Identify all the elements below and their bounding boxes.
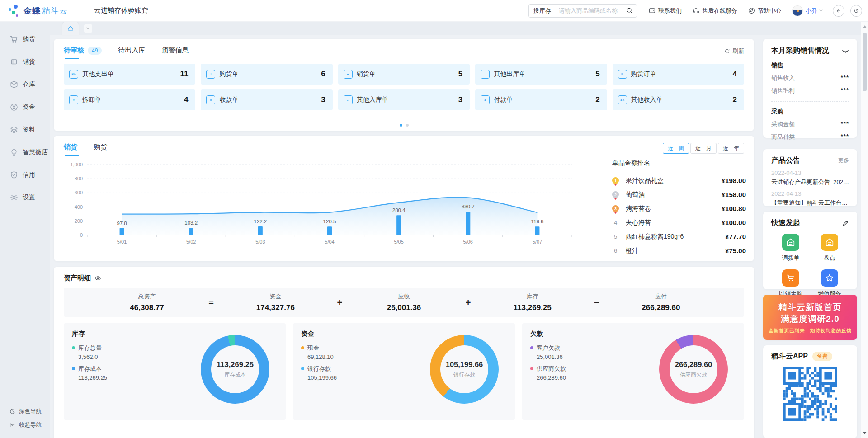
pencil-icon[interactable] bbox=[842, 220, 849, 226]
trend-tab-1[interactable]: 销货 bbox=[64, 143, 77, 156]
todo-stat-card-9[interactable]: ¥付款单2 bbox=[475, 89, 607, 110]
todo-stat-card-6[interactable]: #拆卸单4 bbox=[64, 89, 195, 110]
sidebar-item-2[interactable]: 销货 bbox=[0, 51, 50, 73]
sidebar-footer-1[interactable]: 深色导航 bbox=[0, 405, 50, 418]
trend-tab-2[interactable]: 购货 bbox=[94, 143, 107, 156]
legend-dot-icon bbox=[301, 367, 304, 370]
search-scope-label[interactable]: 搜库存 bbox=[533, 7, 551, 15]
announcement-link[interactable]: 云进销存产品更新公告_20220... bbox=[771, 178, 849, 186]
sidebar-item-1[interactable]: 购货 bbox=[0, 28, 50, 51]
ranking-row-5[interactable]: 5西红柿意粉酱190g*6¥77.70 bbox=[612, 230, 746, 244]
todo-stat-card-8[interactable]: ←其他入库单3 bbox=[338, 89, 470, 110]
carousel-dot-2[interactable] bbox=[406, 124, 409, 127]
todo-tab-badge: 49 bbox=[88, 47, 102, 55]
after-sales-service-link[interactable]: 售后在线服务 bbox=[693, 7, 737, 15]
stat-card-label: 其他入库单 bbox=[357, 96, 458, 104]
home-tab[interactable] bbox=[62, 22, 79, 35]
quick-actions-panel: 快速发起 调拨单盘点以销定购增值服务 bbox=[763, 212, 857, 289]
ranking-row-6[interactable]: 6橙汁¥75.00 bbox=[612, 244, 746, 258]
announcement-link[interactable]: 【重要通知】精斗云工作台域... bbox=[771, 199, 849, 207]
svg-text:1,000: 1,000 bbox=[70, 162, 83, 167]
page-scrollbar[interactable] bbox=[861, 22, 868, 438]
sidebar-item-3[interactable]: 仓库 bbox=[0, 73, 50, 96]
range-button-2[interactable]: 近一月 bbox=[690, 143, 717, 154]
todo-stat-card-10[interactable]: ¥«其他收入单2 bbox=[613, 89, 744, 110]
quick-actions-title: 快速发起 bbox=[771, 218, 800, 228]
month-row-value: *** bbox=[841, 133, 849, 141]
asset-panel-2: 资金现金69,128.10银行存款105,199.66105,199.66银行存… bbox=[293, 323, 515, 420]
donut-center: 113,269.25库存成本 bbox=[211, 345, 259, 393]
todo-tab-3[interactable]: 预警信息 bbox=[161, 46, 189, 59]
sidebar-footer-2[interactable]: 收起导航 bbox=[0, 418, 50, 432]
receipt-bill-icon: ¥ bbox=[206, 95, 215, 104]
donut-center-value: 113,269.25 bbox=[217, 360, 254, 369]
tab-dropdown-button[interactable] bbox=[84, 24, 92, 33]
sidebar-item-label: 资金 bbox=[23, 103, 35, 111]
stocktake-house-icon bbox=[821, 234, 838, 251]
logout-button[interactable] bbox=[850, 5, 862, 17]
donut-center-label: 库存成本 bbox=[224, 371, 246, 379]
range-button-1[interactable]: 近一周 bbox=[663, 143, 689, 154]
avatar[interactable] bbox=[792, 5, 803, 16]
carousel-dot-1[interactable] bbox=[400, 124, 402, 127]
announcements-more-link[interactable]: 更多 bbox=[838, 157, 849, 165]
ranking-row-2[interactable]: 2葡萄酒¥158.00 bbox=[612, 188, 746, 202]
sidebar-item-7[interactable]: 信用 bbox=[0, 164, 50, 186]
quick-action-3[interactable]: 以销定购 bbox=[771, 269, 810, 298]
sidebar-item-6[interactable]: 智慧微店 bbox=[0, 141, 50, 164]
todo-stat-card-1[interactable]: ¥»其他支出单11 bbox=[64, 64, 195, 85]
item-amount-ranking: 单品金额排名 1果汁饮品礼盒¥198.002葡萄酒¥158.003烤海苔卷¥10… bbox=[612, 159, 746, 258]
todo-stat-card-2[interactable]: +购货单6 bbox=[201, 64, 332, 85]
eye-icon[interactable] bbox=[94, 275, 101, 282]
quick-action-label: 盘点 bbox=[824, 254, 835, 262]
todo-tab-1[interactable]: 待审核49 bbox=[64, 46, 102, 59]
todo-tab-2[interactable]: 待出入库 bbox=[118, 46, 145, 59]
todo-stat-card-4[interactable]: →其他出库单5 bbox=[475, 64, 607, 85]
ranking-row-3[interactable]: 3烤海苔卷¥100.80 bbox=[612, 202, 746, 216]
month-row-value: *** bbox=[841, 74, 849, 82]
scroll-up-arrow[interactable] bbox=[863, 25, 867, 28]
help-center-label: 帮助中心 bbox=[758, 7, 781, 15]
funds-icon bbox=[10, 103, 18, 111]
ranking-row-1[interactable]: 1果汁饮品礼盒¥198.00 bbox=[612, 174, 746, 188]
user-menu[interactable]: 小乔 bbox=[792, 5, 824, 16]
scroll-down-arrow[interactable] bbox=[863, 432, 867, 434]
quick-action-2[interactable]: 盘点 bbox=[810, 234, 849, 262]
survey-banner[interactable]: 精斗云新版首页 满意度调研2.0 全新首页已到来 期待收到您的反馈 bbox=[763, 295, 857, 340]
help-center-link[interactable]: 帮助中心 bbox=[748, 7, 781, 15]
todo-stat-card-5[interactable]: ≡购货订单4 bbox=[613, 64, 744, 85]
sidebar-item-4[interactable]: 资金 bbox=[0, 96, 50, 118]
search-input[interactable] bbox=[559, 7, 626, 14]
stat-card-count: 3 bbox=[458, 95, 462, 104]
sidebar-item-5[interactable]: 资料 bbox=[0, 118, 50, 141]
range-button-3[interactable]: 近一年 bbox=[718, 143, 744, 154]
formula-operator: − bbox=[584, 297, 609, 308]
app-free-badge: 免费 bbox=[812, 352, 832, 361]
other-outbound-bill-icon: → bbox=[481, 70, 490, 79]
back-button[interactable] bbox=[833, 5, 844, 17]
refresh-button[interactable]: 刷新 bbox=[724, 47, 744, 55]
todo-stat-card-7[interactable]: ¥收款单3 bbox=[201, 89, 332, 110]
ranking-title: 单品金额排名 bbox=[612, 159, 746, 167]
rank-indicator: 5 bbox=[612, 233, 623, 240]
after-sales-label: 售后在线服务 bbox=[702, 7, 737, 15]
contact-us-link[interactable]: 联系我们 bbox=[649, 7, 682, 15]
stat-card-label: 付款单 bbox=[494, 96, 595, 104]
collapse-icon bbox=[9, 422, 15, 428]
ranking-row-4[interactable]: 4夹心海苔¥100.00 bbox=[612, 216, 746, 230]
other-income-bill-icon: ¥« bbox=[618, 95, 627, 104]
todo-stat-card-3[interactable]: −销货单5 bbox=[338, 64, 470, 85]
quick-action-1[interactable]: 调拨单 bbox=[771, 234, 810, 262]
purchase-order-icon: ≡ bbox=[618, 70, 627, 79]
banner-line1: 精斗云新版首页 bbox=[763, 301, 857, 313]
legend-label: 客户欠款 bbox=[537, 344, 560, 351]
inventory-search[interactable]: 搜库存 bbox=[528, 4, 637, 18]
scrollbar-thumb[interactable] bbox=[863, 33, 867, 91]
sidebar-item-8[interactable]: 设置 bbox=[0, 186, 50, 209]
search-icon[interactable] bbox=[626, 7, 633, 14]
moon-icon bbox=[9, 408, 15, 414]
stat-card-label: 其他收入单 bbox=[631, 96, 733, 104]
formula-term-value: 46,308.77 bbox=[130, 303, 164, 312]
quick-action-4[interactable]: 增值服务 bbox=[810, 269, 849, 298]
eye-closed-icon[interactable] bbox=[842, 47, 849, 55]
